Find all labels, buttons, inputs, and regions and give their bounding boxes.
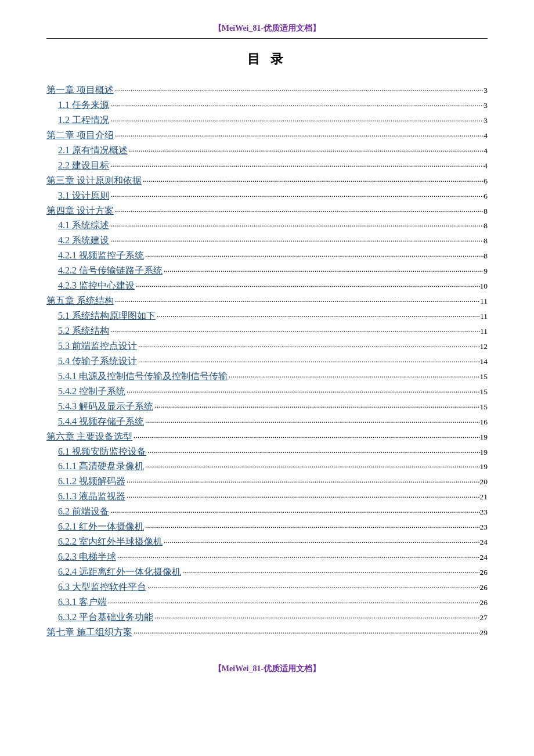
toc-link-text[interactable]: 第三章 设计原则和依据 [46, 175, 142, 185]
toc-link-text[interactable]: 6.3 大型监控软件平台 [58, 582, 146, 592]
toc-row[interactable]: 5.4.3 解码及显示子系统··························… [46, 401, 488, 415]
toc-link-text[interactable]: 6.2 前端设备 [58, 506, 109, 516]
toc-label: 3.1 设计原则 [58, 190, 109, 202]
toc-link-text[interactable]: 第一章 项目概述 [46, 85, 114, 95]
toc-row[interactable]: 2.1 原有情况概述······························… [46, 145, 488, 159]
toc-link-text[interactable]: 第六章 主要设备选型 [46, 431, 132, 441]
toc-row[interactable]: 4.1 系统综述································… [46, 219, 488, 233]
toc-link-text[interactable]: 5.4.4 视频存储子系统 [58, 416, 144, 426]
toc-row[interactable]: 5.3 前端监控点设计·····························… [46, 340, 488, 354]
toc-link-text[interactable]: 5.4.2 控制子系统 [58, 386, 125, 396]
toc-link-text[interactable]: 4.2.1 视频监控子系统 [58, 250, 144, 260]
toc-row[interactable]: 4.2 系统建设································… [46, 235, 488, 249]
toc-page-number: 27 [480, 613, 488, 622]
toc-row[interactable]: 5.4.2 控制子系统·····························… [46, 386, 488, 399]
toc-row[interactable]: 第三章 设计原则和依据·····························… [46, 175, 488, 189]
toc-row[interactable]: 第一章 项目概述································… [46, 84, 488, 98]
toc-page-number: 4 [484, 131, 488, 141]
toc-row[interactable]: 4.2.3 监控中心建设····························… [46, 280, 488, 294]
toc-dots: ········································… [181, 566, 480, 580]
toc-row[interactable]: 1.1 任务来源································… [46, 99, 488, 113]
toc-link-text[interactable]: 1.1 任务来源 [58, 100, 109, 110]
toc-dots: ········································… [132, 627, 480, 640]
toc-link-text[interactable]: 4.1 系统综述 [58, 220, 109, 230]
toc-row[interactable]: 3.1 设计原则································… [46, 190, 488, 204]
toc-label: 1.2 工程情况 [58, 114, 109, 127]
toc-row[interactable]: 5.4.1 电源及控制信号传输及控制信号传输··················… [46, 370, 488, 384]
toc-label: 4.2.1 视频监控子系统 [58, 250, 144, 262]
toc-link-text[interactable]: 4.2.2 信号传输链路子系统 [58, 265, 163, 275]
toc-row[interactable]: 6.1.1 高清硬盘录像机···························… [46, 460, 488, 474]
toc-link-text[interactable]: 3.1 设计原则 [58, 190, 109, 200]
toc-label: 5.4.1 电源及控制信号传输及控制信号传输 [58, 370, 228, 383]
toc-page-number: 16 [480, 417, 488, 427]
toc-dots: ········································… [109, 506, 480, 520]
toc-link-text[interactable]: 6.1.3 液晶监视器 [58, 491, 125, 501]
toc-link-text[interactable]: 6.2.4 远距离红外一体化摄像机 [58, 567, 181, 577]
toc-page-number: 6 [484, 192, 488, 201]
toc-row[interactable]: 6.2 前端设备································… [46, 506, 488, 520]
toc-label: 4.1 系统综述 [58, 219, 109, 232]
toc-page-number: 11 [480, 327, 488, 336]
toc-link-text[interactable]: 5.4.1 电源及控制信号传输及控制信号传输 [58, 371, 228, 381]
toc-link-text[interactable]: 6.1.2 视频解码器 [58, 476, 125, 486]
toc-link-text[interactable]: 5.4 传输子系统设计 [58, 356, 137, 366]
toc-dots: ········································… [142, 175, 484, 189]
toc-row[interactable]: 6.2.3 电梯半球······························… [46, 551, 488, 565]
toc-row[interactable]: 1.2 工程情况································… [46, 114, 488, 128]
toc-link-text[interactable]: 6.2.2 室内红外半球摄像机 [58, 537, 163, 546]
toc-row[interactable]: 4.2.1 视频监控子系统···························… [46, 250, 488, 264]
toc-link-text[interactable]: 5.3 前端监控点设计 [58, 341, 137, 351]
toc-row[interactable]: 6.1.2 视频解码器·····························… [46, 476, 488, 489]
toc-row[interactable]: 第五章 系统结构································… [46, 295, 488, 309]
toc-row[interactable]: 6.3.2 平台基础业务功能··························… [46, 611, 488, 625]
toc-link-text[interactable]: 2.2 建设目标 [58, 160, 109, 170]
toc-link-text[interactable]: 5.4.3 解码及显示子系统 [58, 401, 153, 411]
toc-link-text[interactable]: 6.2.1 红外一体摄像机 [58, 521, 144, 531]
toc-row[interactable]: 6.3.1 客户端·······························… [46, 596, 488, 610]
toc-row[interactable]: 6.2.1 红外一体摄像机···························… [46, 521, 488, 535]
toc-row[interactable]: 6.3 大型监控软件平台····························… [46, 581, 488, 595]
toc-page-number: 19 [480, 433, 488, 442]
toc-link-text[interactable]: 第二章 项目介绍 [46, 130, 114, 140]
toc-row[interactable]: 第六章 主要设备选型······························… [46, 431, 488, 445]
toc-label: 5.2 系统结构 [58, 325, 109, 337]
toc-page-number: 9 [484, 267, 488, 276]
toc-row[interactable]: 5.1 系统结构原理图如下···························… [46, 310, 488, 324]
toc-link-text[interactable]: 1.2 工程情况 [58, 115, 109, 125]
toc-row[interactable]: 2.2 建设目标································… [46, 160, 488, 174]
toc-link-text[interactable]: 5.2 系统结构 [58, 326, 109, 336]
toc-row[interactable]: 6.1.3 液晶监视器·····························… [46, 491, 488, 505]
toc-link-text[interactable]: 6.3.2 平台基础业务功能 [58, 612, 153, 622]
toc-row[interactable]: 5.4 传输子系统设计·····························… [46, 355, 488, 369]
toc-link-text[interactable]: 6.1 视频安防监控设备 [58, 447, 146, 456]
toc-row[interactable]: 第二章 项目介绍································… [46, 129, 488, 143]
toc-row[interactable]: 5.4.4 视频存储子系统···························… [46, 416, 488, 430]
toc-row[interactable]: 5.2 系统结构································… [46, 325, 488, 339]
toc-label: 5.4.3 解码及显示子系统 [58, 401, 153, 413]
toc-row[interactable]: 6.2.4 远距离红外一体化摄像机·······················… [46, 566, 488, 580]
toc-link-text[interactable]: 第五章 系统结构 [46, 296, 114, 305]
toc-label: 2.2 建设目标 [58, 160, 109, 172]
toc-row[interactable]: 第四章 设计方案································… [46, 205, 488, 219]
toc-label: 第四章 设计方案 [46, 205, 114, 217]
toc-link-text[interactable]: 5.1 系统结构原理图如下 [58, 311, 156, 321]
toc-row[interactable]: 第七章 施工组织方案······························… [46, 627, 488, 640]
toc-label: 第五章 系统结构 [46, 295, 114, 307]
toc-link-text[interactable]: 6.2.3 电梯半球 [58, 552, 116, 561]
toc-link-text[interactable]: 4.2 系统建设 [58, 235, 109, 245]
toc-link-text[interactable]: 4.2.3 监控中心建设 [58, 280, 135, 290]
toc-label: 6.1.1 高清硬盘录像机 [58, 460, 144, 473]
toc-link-text[interactable]: 6.1.1 高清硬盘录像机 [58, 461, 144, 471]
toc-link-text[interactable]: 2.1 原有情况概述 [58, 145, 128, 155]
toc-dots: ········································… [163, 536, 480, 550]
toc-page-number: 14 [480, 357, 488, 366]
toc-row[interactable]: 6.2.2 室内红外半球摄像机·························… [46, 536, 488, 550]
toc-link-text[interactable]: 6.3.1 客户端 [58, 597, 107, 607]
toc-label: 4.2.3 监控中心建设 [58, 280, 135, 292]
toc-row[interactable]: 6.1 视频安防监控设备····························… [46, 446, 488, 460]
toc-link-text[interactable]: 第七章 施工组织方案 [46, 627, 132, 637]
toc-link-text[interactable]: 第四章 设计方案 [46, 206, 114, 215]
toc-page-number: 8 [484, 251, 488, 261]
toc-row[interactable]: 4.2.2 信号传输链路子系统·························… [46, 265, 488, 279]
